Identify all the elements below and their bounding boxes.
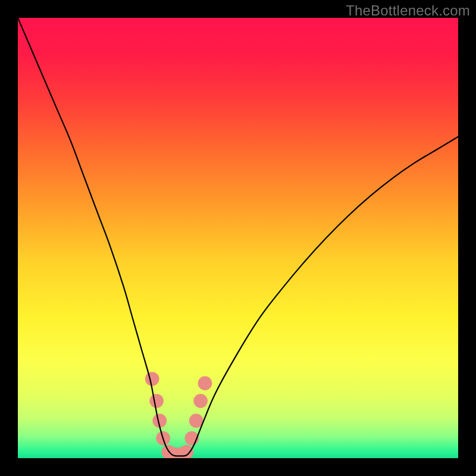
right-mid-bead [193, 394, 208, 408]
curve-layer [18, 18, 458, 458]
left-upper-bead [145, 372, 159, 386]
watermark-text: TheBottleneck.com [346, 2, 470, 19]
right-upper-bead [198, 376, 212, 390]
left-mid-bead [149, 394, 164, 408]
bottleneck-curve [18, 18, 458, 456]
plot-area [18, 18, 458, 458]
marker-layer [145, 372, 212, 458]
chart-frame: TheBottleneck.com [0, 0, 476, 476]
